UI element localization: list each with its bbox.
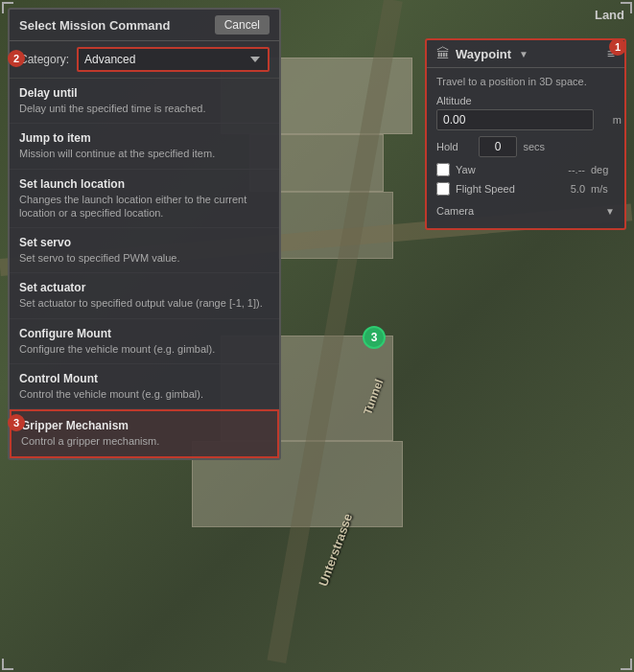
altitude-label: Altitude (436, 95, 615, 106)
waypoint-panel: 🏛 Waypoint ▼ ≡ Travel to a position in 3… (425, 38, 626, 230)
waypoint-body: Travel to a position in 3D space. Altitu… (427, 68, 624, 228)
waypoint-description: Travel to a position in 3D space. (436, 76, 615, 87)
flight-speed-field-row: Flight Speed 5.0 m/s (436, 182, 615, 196)
command-desc-4: Set actuator to specified output value (… (19, 296, 270, 310)
flight-speed-checkbox[interactable] (436, 182, 450, 196)
command-name-2: Set launch location (19, 177, 270, 191)
camera-chevron-icon: ▼ (605, 206, 615, 217)
flight-speed-label: Flight Speed (456, 183, 551, 195)
yaw-checkbox[interactable] (436, 163, 450, 176)
hold-field-row: Hold secs (436, 136, 615, 157)
altitude-input[interactable] (436, 109, 594, 130)
altitude-field-row: m (436, 109, 615, 130)
hold-input[interactable] (479, 136, 517, 157)
cancel-button[interactable]: Cancel (215, 15, 270, 35)
command-item-4[interactable]: Set actuator Set actuator to specified o… (10, 273, 279, 318)
category-row: Category: Advanced (10, 41, 279, 79)
command-item-5[interactable]: Configure Mount Configure the vehicle mo… (10, 319, 279, 364)
yaw-label: Yaw (456, 164, 551, 175)
panel-title: Select Mission Command (19, 18, 170, 33)
yaw-field-row: Yaw --.-- deg (436, 163, 615, 176)
command-item-2[interactable]: Set launch location Changes the launch l… (10, 170, 279, 229)
altitude-unit: m (598, 114, 622, 126)
command-name-6: Control Mount (19, 372, 270, 385)
command-name-7: Gripper Mechanism (21, 419, 268, 432)
camera-dropdown-row[interactable]: Camera ▼ (436, 201, 615, 220)
command-desc-7: Control a gripper mechanism. (21, 434, 268, 448)
command-list: Delay until Delay unti the specified tim… (10, 79, 279, 458)
waypoint-icon: 🏛 (436, 46, 450, 61)
command-desc-6: Control the vehicle mount (e.g. gimbal). (19, 387, 270, 401)
command-name-1: Jump to item (19, 131, 270, 145)
command-item-0[interactable]: Delay until Delay unti the specified tim… (10, 79, 279, 124)
hold-label: Hold (436, 141, 475, 152)
land-label: Land (595, 8, 624, 22)
waypoint-header: 🏛 Waypoint ▼ ≡ (427, 40, 624, 68)
command-desc-3: Set servo to specified PWM value. (19, 251, 270, 265)
camera-label: Camera (436, 205, 474, 217)
command-name-5: Configure Mount (19, 327, 270, 340)
command-name-4: Set actuator (19, 281, 270, 294)
command-name-3: Set servo (19, 236, 270, 249)
command-desc-5: Configure the vehicle mount (e.g. gimbal… (19, 342, 270, 356)
command-item-1[interactable]: Jump to item Mission will continue at th… (10, 124, 279, 169)
flight-speed-value: 5.0 (556, 183, 585, 195)
command-item-6[interactable]: Control Mount Control the vehicle mount … (10, 364, 279, 409)
command-desc-2: Changes the launch location either to th… (19, 193, 270, 220)
yaw-value: --.-- (556, 164, 585, 175)
category-label: Category: (19, 53, 69, 66)
badge-2: 2 (8, 50, 25, 67)
command-name-0: Delay until (19, 86, 270, 100)
flight-speed-unit: m/s (591, 183, 615, 195)
waypoint-title-group: 🏛 Waypoint ▼ (436, 46, 528, 61)
yaw-unit: deg (591, 164, 615, 175)
corner-bracket-br (621, 659, 632, 670)
waypoint-dropdown-arrow[interactable]: ▼ (519, 49, 528, 59)
waypoint-marker[interactable]: 3 (363, 326, 386, 349)
command-item-7[interactable]: Gripper Mechanism Control a gripper mech… (10, 409, 279, 457)
command-item-3[interactable]: Set servo Set servo to specified PWM val… (10, 228, 279, 273)
badge-1: 1 (609, 38, 626, 56)
category-select[interactable]: Advanced (77, 47, 270, 72)
mission-command-panel: Select Mission Command Cancel Category: … (8, 8, 281, 460)
waypoint-title: Waypoint (456, 47, 511, 61)
hold-unit: secs (521, 141, 545, 152)
panel-header: Select Mission Command Cancel (10, 10, 279, 41)
command-desc-1: Mission will continue at the specified i… (19, 147, 270, 160)
corner-bracket-bl (2, 659, 13, 670)
command-desc-0: Delay unti the specified time is reached… (19, 102, 270, 115)
